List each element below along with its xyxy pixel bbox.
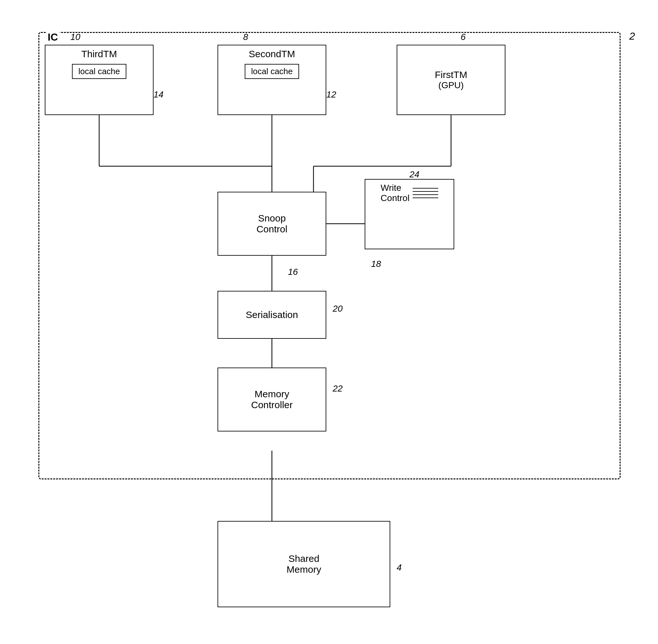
third-tm-box: ThirdTM local cache [45, 45, 154, 115]
ref-24: 24 [410, 169, 419, 180]
ref-20: 20 [333, 304, 343, 314]
memory-controller-box: Memory Controller [218, 368, 326, 432]
second-tm-local-cache: local cache [245, 64, 299, 79]
write-lines [413, 185, 438, 201]
first-tm-box: FirstTM (GPU) [397, 45, 505, 115]
serialisation-box: Serialisation [218, 291, 326, 339]
diagram-container: IC 4 2 ThirdTM local cache 10 14 SecondT… [19, 13, 640, 629]
ref-16: 16 [288, 267, 298, 277]
ref-18: 18 [371, 259, 381, 269]
third-tm-label: ThirdTM [81, 49, 117, 60]
write-control-text: Write Control [381, 183, 410, 203]
write-label2: Control [381, 193, 410, 203]
shared-memory-box: Shared Memory [218, 521, 390, 607]
second-tm-label: SecondTM [248, 49, 295, 60]
shared-memory-label: Shared [287, 553, 321, 564]
serialisation-label: Serialisation [246, 309, 298, 320]
ref-8: 8 [243, 32, 248, 42]
second-tm-box: SecondTM local cache [218, 45, 326, 115]
memory-controller-label: Memory [255, 389, 289, 399]
first-tm-sublabel: (GPU) [438, 80, 463, 90]
shared-memory-label2: Memory [287, 564, 321, 575]
first-tm-label: FirstTM [435, 69, 467, 80]
snoop-control-box: Snoop Control [218, 192, 326, 256]
write-control-inner: Write Control [365, 183, 454, 203]
ref-10: 10 [70, 32, 80, 42]
ref-6: 6 [461, 32, 466, 42]
write-control-box: Write Control [365, 179, 454, 249]
ref-2-label: 2 [629, 30, 635, 42]
ref-4: 4 [397, 562, 402, 573]
memory-controller-label2: Controller [251, 399, 293, 410]
ref-22: 22 [333, 384, 343, 394]
ic-label: IC [46, 31, 60, 43]
third-tm-local-cache: local cache [72, 64, 126, 79]
ref-14: 14 [154, 90, 163, 100]
snoop-label2: Control [257, 224, 288, 235]
write-label: Write [381, 183, 410, 193]
ref-12: 12 [326, 90, 336, 100]
snoop-label: Snoop [258, 213, 286, 224]
shared-memory-inner: Shared Memory [287, 553, 321, 575]
